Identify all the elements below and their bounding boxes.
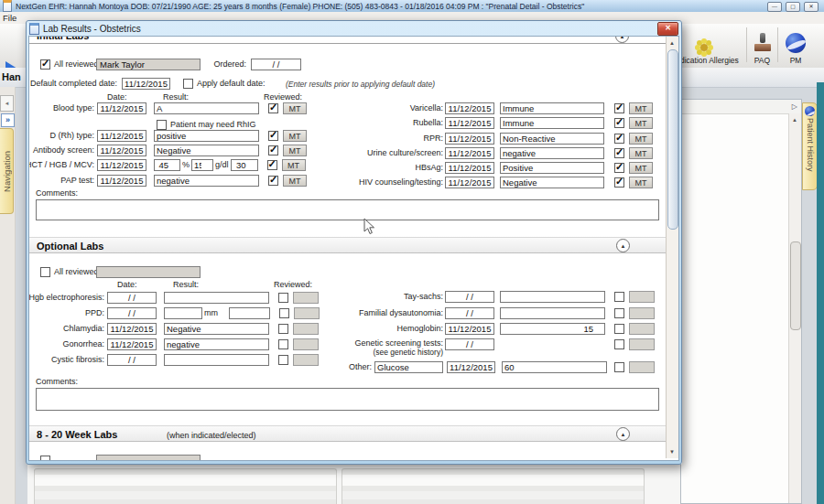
date-input[interactable] — [447, 361, 495, 373]
result-input[interactable] — [500, 291, 605, 303]
collapse-left-icon[interactable]: ◂ — [0, 95, 14, 112]
result-input[interactable] — [500, 177, 604, 188]
result-input[interactable] — [500, 307, 605, 319]
reviewer-initials-button[interactable]: MT — [629, 162, 653, 174]
reviewed-checkbox[interactable] — [278, 324, 288, 334]
reviewed-checkbox[interactable] — [614, 324, 624, 334]
reviewer-initials-button[interactable]: MT — [283, 130, 307, 142]
reviewed-checkbox[interactable] — [614, 103, 624, 113]
date-input[interactable] — [107, 292, 157, 304]
result-input[interactable] — [500, 162, 604, 174]
result-input[interactable] — [164, 338, 269, 350]
scroll-up-icon[interactable]: ▲ — [789, 114, 800, 125]
result-input[interactable] — [164, 323, 269, 335]
toolbar-item-pm[interactable]: PM — [778, 27, 813, 65]
reviewed-checkbox[interactable] — [614, 362, 624, 372]
default-date-input[interactable] — [122, 78, 170, 90]
reviewed-checkbox[interactable] — [614, 308, 624, 318]
date-input[interactable] — [445, 147, 494, 159]
reviewed-checkbox[interactable] — [267, 160, 277, 170]
date-input[interactable] — [445, 177, 494, 188]
reviewed-checkbox[interactable] — [268, 176, 278, 186]
date-input[interactable] — [445, 291, 494, 303]
reviewer-initials-box[interactable] — [293, 323, 319, 335]
date-input[interactable] — [445, 338, 494, 350]
result-input[interactable] — [164, 292, 269, 304]
reviewed-checkbox[interactable] — [268, 103, 278, 113]
reviewer-initials-button[interactable]: MT — [629, 117, 653, 129]
reviewer-initials-box[interactable] — [629, 291, 655, 303]
comments-textarea[interactable] — [36, 199, 659, 220]
reviewed-checkbox[interactable] — [614, 163, 624, 173]
minimize-icon[interactable]: — — [767, 2, 782, 12]
reviewer-initials-box[interactable] — [629, 307, 655, 319]
reviewer-initials-box[interactable] — [294, 307, 320, 319]
result-input[interactable] — [500, 323, 605, 335]
reviewed-checkbox[interactable] — [268, 131, 278, 141]
reviewed-checkbox[interactable] — [278, 339, 288, 349]
reviewer-initials-button[interactable]: MT — [629, 102, 653, 114]
reviewer-initials-button[interactable]: MT — [629, 133, 653, 145]
date-input[interactable] — [445, 102, 494, 114]
date-input[interactable] — [445, 162, 494, 174]
menu-file[interactable]: File — [3, 13, 16, 23]
hct-input[interactable] — [154, 159, 180, 171]
reviewed-checkbox[interactable] — [614, 134, 624, 144]
all-reviewed-checkbox[interactable] — [40, 267, 50, 277]
result-input[interactable] — [500, 133, 604, 145]
section-header-optional-labs[interactable]: Optional Labs ▲ — [29, 237, 668, 253]
result-input[interactable] — [154, 145, 259, 156]
reviewer-initials-box[interactable] — [629, 338, 655, 350]
reviewer-initials-button[interactable]: MT — [283, 145, 307, 156]
date-input[interactable] — [445, 307, 494, 319]
hgb-input[interactable] — [191, 159, 213, 171]
reviewed-checkbox[interactable] — [268, 145, 278, 155]
reviewer-initials-button[interactable]: MT — [283, 175, 307, 187]
comments-textarea[interactable] — [36, 388, 659, 411]
date-input[interactable] — [97, 159, 146, 171]
reviewer-initials-box[interactable] — [293, 292, 319, 304]
sidebar-tab-patient-history[interactable]: Patient History — [802, 102, 818, 190]
scrollbar-thumb[interactable] — [667, 49, 678, 230]
result-input[interactable] — [500, 147, 604, 159]
result-input[interactable] — [502, 361, 607, 373]
other-name-input[interactable] — [374, 361, 443, 373]
scroll-up-icon[interactable]: ▲ — [667, 38, 678, 48]
section-header-week-labs[interactable]: 8 - 20 Week Labs (when indicated/elected… — [29, 425, 668, 442]
result-input[interactable] — [500, 102, 604, 114]
reviewed-checkbox[interactable] — [614, 148, 624, 158]
toolbar-item-paq[interactable]: PAQ — [747, 27, 777, 65]
date-input[interactable] — [445, 133, 494, 145]
date-input[interactable] — [107, 338, 157, 350]
close-icon[interactable]: ✕ — [804, 2, 819, 12]
date-input[interactable] — [97, 130, 146, 142]
reviewer-initials-box[interactable] — [293, 354, 319, 366]
date-input[interactable] — [107, 323, 157, 335]
result-input[interactable] — [154, 130, 259, 142]
reviewed-checkbox[interactable] — [278, 355, 288, 365]
rhig-checkbox[interactable] — [157, 120, 167, 130]
ppd-extra-input[interactable] — [229, 307, 270, 319]
result-input[interactable] — [500, 117, 604, 129]
date-input[interactable] — [107, 307, 157, 319]
reviewed-checkbox[interactable] — [278, 293, 288, 303]
dialog-close-icon[interactable]: ✕ — [657, 22, 678, 36]
panel-scrollbar[interactable]: ▲ — [788, 113, 801, 503]
date-input[interactable] — [97, 175, 146, 187]
result-input[interactable] — [154, 102, 259, 114]
reviewer-initials-box[interactable] — [629, 361, 655, 373]
result-input[interactable] — [154, 175, 259, 187]
reviewer-name-field[interactable] — [96, 455, 201, 462]
restore-icon[interactable]: ▢ — [786, 2, 800, 12]
dialog-titlebar[interactable]: Lab Results - Obstetrics ✕ — [28, 22, 679, 36]
date-input[interactable] — [445, 323, 494, 335]
dialog-scrollbar[interactable]: ▲ ▼ — [666, 37, 678, 458]
apply-default-checkbox[interactable] — [183, 79, 193, 89]
reviewed-checkbox[interactable] — [614, 292, 624, 302]
ppd-mm-input[interactable] — [164, 307, 202, 319]
scrollbar-thumb[interactable] — [790, 241, 801, 330]
collapse-optional-icon[interactable]: ▲ — [616, 239, 630, 252]
reviewer-initials-button[interactable]: MT — [282, 159, 306, 171]
reviewed-checkbox[interactable] — [614, 118, 624, 128]
all-reviewed-checkbox[interactable] — [40, 456, 50, 462]
